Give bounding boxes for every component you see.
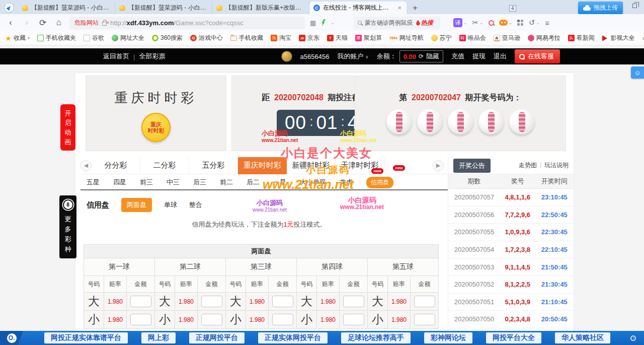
screenshot-button[interactable]: ✂⌄: [472, 18, 483, 27]
bet-option-label[interactable]: 小: [368, 311, 388, 329]
gear-icon[interactable]: [630, 335, 636, 341]
bet-option-label[interactable]: 大: [84, 293, 104, 311]
rules-link[interactable]: 玩法说明: [544, 161, 569, 170]
credit-panel-badge[interactable]: 信用盘: [366, 177, 393, 188]
bet-option-label[interactable]: 大: [368, 293, 388, 311]
floating-service-widget[interactable]: ☺: [631, 66, 644, 79]
games-button[interactable]: ⌄: [499, 20, 513, 26]
logout-link[interactable]: 退出: [494, 52, 507, 61]
reload-icon[interactable]: ⟳: [37, 18, 48, 28]
search-query[interactable]: 蒙古确诊两例鼠疫: [365, 19, 413, 27]
play-type-item[interactable]: 五星: [87, 178, 100, 187]
play-type-item[interactable]: 后二: [247, 178, 260, 187]
play-type-item[interactable]: 龙虎: [340, 178, 353, 187]
browser-logo-icon[interactable]: [4, 3, 14, 13]
hide-balance-button[interactable]: 隐藏: [426, 52, 439, 61]
bet-mode-option[interactable]: 单球: [164, 200, 177, 210]
bookmark-item[interactable]: 7654网址导航: [389, 34, 424, 42]
footer-link[interactable]: 华人策略社区: [555, 332, 610, 343]
bet-mode-option[interactable]: 整合: [189, 200, 202, 210]
bet-option-label[interactable]: 小: [155, 311, 175, 329]
refresh-balance-icon[interactable]: ⟳: [419, 53, 424, 60]
game-tab[interactable]: 新疆时时彩: [287, 157, 336, 174]
footer-link[interactable]: 网投平台大全: [486, 332, 541, 343]
account-menu[interactable]: 我的账户 ∨: [337, 52, 368, 61]
bet-option-label[interactable]: 小: [226, 311, 246, 329]
speed-boost-icon[interactable]: [321, 19, 326, 26]
result-row[interactable]: 202005070528,1,2,2,521:30:45: [448, 276, 574, 294]
scroll-left-icon[interactable]: ◀: [80, 160, 92, 171]
footer-link[interactable]: 足球论坛推荐高手: [341, 332, 411, 343]
result-row[interactable]: 202005070500,2,3,4,820:50:45: [448, 311, 574, 328]
bet-amount-input[interactable]: [130, 314, 151, 325]
play-type-item[interactable]: 一星: [273, 178, 286, 187]
bet-amount-input[interactable]: [201, 296, 222, 307]
tab-count-badge[interactable]: 4: [509, 5, 516, 12]
bookmarks-overflow-icon[interactable]: »: [642, 34, 644, 42]
back-icon[interactable]: ‹: [5, 18, 16, 28]
close-icon[interactable]: ×: [396, 4, 403, 12]
game-tab[interactable]: 二分彩: [140, 157, 189, 174]
footer-link[interactable]: 网投正规实体靠谱平台: [44, 332, 128, 343]
trend-chart-link[interactable]: 走势图: [519, 161, 537, 170]
recharge-link[interactable]: 充值: [451, 52, 464, 61]
game-tab[interactable]: 五分彩: [189, 157, 238, 174]
play-type-item[interactable]: 中三: [167, 178, 180, 187]
nav-all-lottery-link[interactable]: 全部彩票: [139, 52, 165, 61]
bookmark-item[interactable]: 谷歌: [84, 34, 104, 42]
bookmark-item[interactable]: 手机收藏夹: [37, 34, 76, 42]
window-restore-icon[interactable]: [632, 4, 637, 8]
apps-button[interactable]: [517, 20, 524, 26]
footer-link[interactable]: 正规网投平台: [189, 332, 245, 343]
search-input[interactable]: 蒙古确诊两例鼠疫 热搜: [354, 17, 440, 29]
bookmark-item[interactable]: G游戏中心: [190, 34, 223, 42]
home-icon[interactable]: ⌂: [53, 18, 64, 28]
withdraw-link[interactable]: 提现: [472, 52, 486, 61]
result-row[interactable]: 202005070515,1,0,3,921:10:45: [448, 294, 574, 311]
browser-tab[interactable]: 【新提醒】新版乐赢+改版大资: [212, 2, 309, 14]
bet-option-label[interactable]: 大: [155, 293, 175, 311]
scroll-right-icon[interactable]: ▶: [433, 160, 444, 171]
browser-tab[interactable]: C在线投注 - 博客网线上平台×: [309, 2, 407, 14]
bet-option-label[interactable]: 大: [297, 293, 317, 311]
bookmark-item[interactable]: 头看新闻: [568, 34, 595, 42]
play-type-item[interactable]: 后三: [193, 178, 206, 187]
bookmark-item[interactable]: T天猫: [327, 34, 348, 42]
play-type-item[interactable]: 前二: [220, 178, 233, 187]
bet-mode-option[interactable]: 两面盘: [121, 198, 152, 212]
bet-amount-input[interactable]: [414, 296, 435, 307]
bet-amount-input[interactable]: [343, 296, 364, 307]
bookmark-item[interactable]: 手机收藏: [230, 34, 263, 42]
bet-option-label[interactable]: 大: [226, 293, 246, 311]
bookmark-item[interactable]: 网易考拉: [528, 34, 560, 42]
browser-tab[interactable]: 【新提醒】菠菜源码 - 小白源码: [115, 2, 212, 14]
bet-amount-input[interactable]: [272, 296, 293, 307]
play-type-item[interactable]: 大小单双: [300, 178, 326, 187]
find-button[interactable]: [489, 20, 494, 26]
toggle-animation-button[interactable]: 开启动画: [60, 104, 75, 151]
new-tab-button[interactable]: +: [407, 3, 424, 14]
forward-icon[interactable]: ›: [21, 18, 32, 28]
result-row[interactable]: 202005070539,1,1,4,521:50:45: [448, 258, 574, 276]
game-tab[interactable]: 分分彩: [92, 157, 140, 174]
bookmark-item[interactable]: a亚马逊: [494, 34, 520, 42]
draw-announce-button[interactable]: 开奖公告: [453, 159, 491, 173]
avatar[interactable]: [281, 51, 292, 62]
bookmark-item[interactable]: 苏宁: [431, 34, 452, 42]
url-field[interactable]: 危险网站 http://xdf.433ym.com/Game.ssc?code=…: [69, 17, 305, 29]
translate-button[interactable]: 译⌄: [453, 18, 467, 27]
bookmark-item[interactable]: 影视大全: [602, 34, 635, 42]
bet-amount-input[interactable]: [343, 314, 364, 325]
more-lottery-button[interactable]: 8 更多彩种: [59, 195, 76, 258]
qr-code-icon[interactable]: ▦: [310, 19, 316, 27]
bet-amount-input[interactable]: [130, 296, 151, 307]
bookmark-item[interactable]: 聚聚划算: [355, 34, 382, 42]
customer-service-button[interactable]: 在线客服: [515, 49, 560, 63]
play-type-item[interactable]: 前三: [140, 178, 153, 187]
play-type-item[interactable]: 四星: [113, 178, 126, 187]
chevron-down-icon[interactable]: ⌄: [331, 20, 335, 25]
result-row[interactable]: 202005070574,8,1,1,623:10:45: [448, 189, 574, 206]
nav-home-link[interactable]: 返回首页: [103, 52, 129, 61]
bookmark-item[interactable]: 特唯品会: [459, 34, 486, 42]
hot-search-button[interactable]: 热搜: [416, 19, 433, 27]
